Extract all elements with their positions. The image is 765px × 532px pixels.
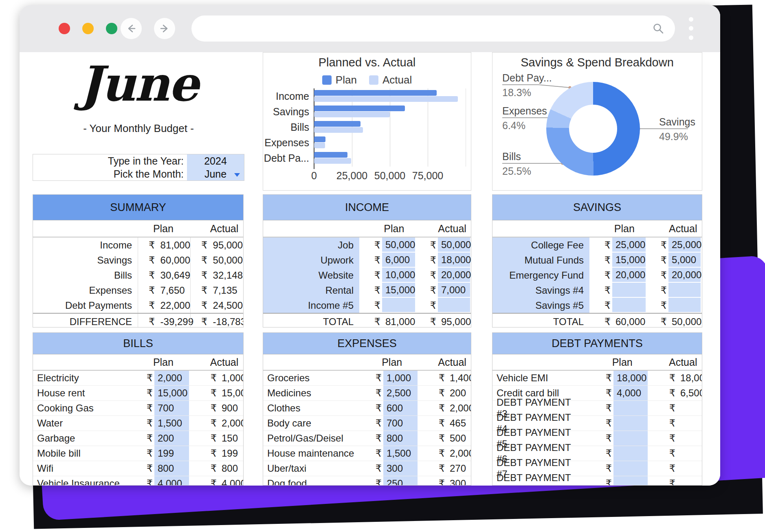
plan-value-cell[interactable]: 300 — [383, 461, 418, 476]
total-plan-cell[interactable]: ₹ -39,299 — [138, 314, 190, 328]
plan-value-cell[interactable] — [612, 298, 646, 313]
total-actual-cell[interactable]: ₹ -18,783 — [190, 314, 243, 328]
plan-value-cell[interactable]: 15,000 — [382, 283, 415, 298]
row-label: Medicines — [263, 386, 354, 400]
actual-value-cell[interactable] — [677, 416, 701, 431]
plan-value-cell[interactable] — [613, 446, 648, 461]
actual-value-cell[interactable]: 25,000 — [668, 237, 701, 253]
actual-value-cell[interactable]: 150 — [218, 431, 242, 446]
actual-value-cell[interactable]: 200 — [446, 386, 470, 400]
actual-value-cell[interactable]: ₹ 95,000 — [190, 237, 243, 253]
plan-value-cell[interactable] — [613, 476, 648, 486]
plan-value-cell[interactable]: 25,000 — [612, 237, 646, 253]
actual-value-cell[interactable]: 18,000 — [677, 371, 701, 385]
actual-value-cell[interactable] — [668, 298, 701, 313]
plan-value-cell[interactable]: 700 — [383, 416, 418, 431]
actual-value-cell[interactable]: 7,000 — [438, 283, 470, 298]
chevron-down-icon[interactable] — [234, 173, 240, 177]
actual-value-cell[interactable]: 1,000 — [218, 371, 242, 385]
plan-value-cell[interactable]: 200 — [154, 431, 189, 446]
actual-value-cell[interactable] — [677, 461, 701, 476]
total-plan-cell[interactable]: 81,000 — [382, 314, 415, 328]
plan-value-cell[interactable] — [613, 401, 648, 415]
actual-value-cell[interactable]: 500 — [446, 431, 470, 446]
plan-value-cell[interactable]: ₹ 60,000 — [138, 253, 190, 268]
plan-value-cell[interactable]: 199 — [154, 446, 189, 461]
back-button[interactable] — [121, 18, 142, 39]
plan-value-cell[interactable]: 15,000 — [154, 386, 189, 400]
actual-value-cell[interactable]: 18,000 — [438, 253, 470, 268]
traffic-light-minimize-button[interactable] — [82, 23, 94, 34]
plan-value-cell[interactable]: 1,500 — [154, 416, 189, 431]
rupee-symbol: ₹ — [418, 416, 446, 431]
actual-value-cell[interactable] — [677, 401, 701, 415]
actual-value-cell[interactable] — [438, 298, 470, 313]
plan-value-cell[interactable] — [382, 298, 415, 313]
actual-value-cell[interactable]: 2,000 — [446, 446, 470, 461]
plan-value-cell[interactable]: 4,000 — [154, 476, 189, 486]
total-actual-cell[interactable]: 95,000 — [438, 314, 470, 328]
actual-value-cell[interactable]: 20,000 — [668, 268, 701, 283]
total-actual-cell[interactable]: 50,000 — [668, 314, 701, 328]
plan-value-cell[interactable]: ₹ 22,000 — [138, 298, 190, 313]
actual-value-cell[interactable]: 2,000 — [446, 401, 470, 415]
plan-value-cell[interactable]: 1,500 — [383, 446, 418, 461]
actual-value-cell[interactable] — [677, 446, 701, 461]
actual-value-cell[interactable]: 5,000 — [668, 253, 701, 268]
plan-value-cell[interactable]: ₹ 81,000 — [138, 237, 190, 253]
plan-value-cell[interactable]: 250 — [383, 476, 418, 486]
plan-value-cell[interactable] — [613, 431, 648, 446]
plan-value-cell[interactable]: 800 — [154, 461, 189, 476]
actual-value-cell[interactable] — [677, 431, 701, 446]
plan-value-cell[interactable] — [612, 283, 646, 298]
plan-value-cell[interactable]: 18,000 — [613, 371, 648, 385]
plan-value-cell[interactable]: 800 — [383, 431, 418, 446]
plan-value-cell[interactable]: 20,000 — [612, 268, 646, 283]
plan-value-cell[interactable]: ₹ 30,649 — [138, 268, 190, 283]
actual-value-cell[interactable]: 800 — [218, 461, 242, 476]
plan-value-cell[interactable]: 15,000 — [612, 253, 646, 268]
plan-value-cell[interactable]: 2,500 — [383, 386, 418, 400]
actual-value-cell[interactable]: 1,400 — [446, 371, 470, 385]
plan-value-cell[interactable]: ₹ 7,650 — [138, 283, 190, 298]
plan-value-cell[interactable]: 4,000 — [613, 386, 648, 400]
actual-value-cell[interactable]: ₹ 50,000 — [190, 253, 243, 268]
actual-value-cell[interactable]: 20,000 — [438, 268, 470, 283]
month-header: June - Your Monthly Budget - — [33, 52, 244, 135]
actual-value-cell[interactable]: 15,000 — [218, 386, 242, 400]
traffic-light-maximize-button[interactable] — [106, 23, 117, 34]
actual-value-cell[interactable]: 900 — [218, 401, 242, 415]
actual-value-cell[interactable]: 270 — [446, 461, 470, 476]
actual-value-cell[interactable]: ₹ 32,148 — [190, 268, 243, 283]
actual-value-cell[interactable]: 4,000 — [218, 476, 242, 486]
plan-value-cell[interactable]: 2,000 — [154, 371, 189, 385]
plan-value-cell[interactable]: 600 — [383, 401, 418, 415]
rupee-symbol: ₹ — [418, 386, 446, 400]
actual-value-cell[interactable]: 465 — [446, 416, 470, 431]
total-plan-cell[interactable]: 60,000 — [612, 314, 646, 328]
actual-value-cell[interactable]: ₹ 7,135 — [190, 283, 243, 298]
actual-value-cell[interactable]: 6,500 — [677, 386, 701, 400]
plan-value-cell[interactable] — [613, 416, 648, 431]
plan-value-cell[interactable]: 50,000 — [382, 237, 415, 253]
actual-value-cell[interactable]: 50,000 — [438, 237, 470, 253]
plan-value-cell[interactable]: 700 — [154, 401, 189, 415]
actual-value-cell[interactable]: 199 — [218, 446, 242, 461]
rupee-symbol: ₹ — [584, 386, 613, 400]
plan-value-cell[interactable] — [613, 461, 648, 476]
actual-value-cell[interactable]: 2,000 — [218, 416, 242, 431]
plan-value-cell[interactable]: 1,000 — [383, 371, 418, 385]
rupee-symbol: ₹ — [648, 416, 677, 431]
plan-value-cell[interactable]: 10,000 — [382, 268, 415, 283]
actual-value-cell[interactable] — [677, 476, 701, 486]
year-input[interactable]: 2024 — [187, 154, 244, 167]
actual-value-cell[interactable]: ₹ 24,500 — [190, 298, 243, 313]
menu-kebab-icon[interactable] — [689, 15, 694, 42]
url-bar[interactable] — [191, 15, 675, 42]
traffic-light-close-button[interactable] — [59, 23, 70, 34]
plan-value-cell[interactable]: 6,000 — [382, 253, 415, 268]
actual-value-cell[interactable] — [668, 283, 701, 298]
actual-value-cell[interactable]: 300 — [446, 476, 470, 486]
search-icon[interactable] — [652, 22, 664, 35]
forward-button[interactable] — [154, 18, 175, 39]
